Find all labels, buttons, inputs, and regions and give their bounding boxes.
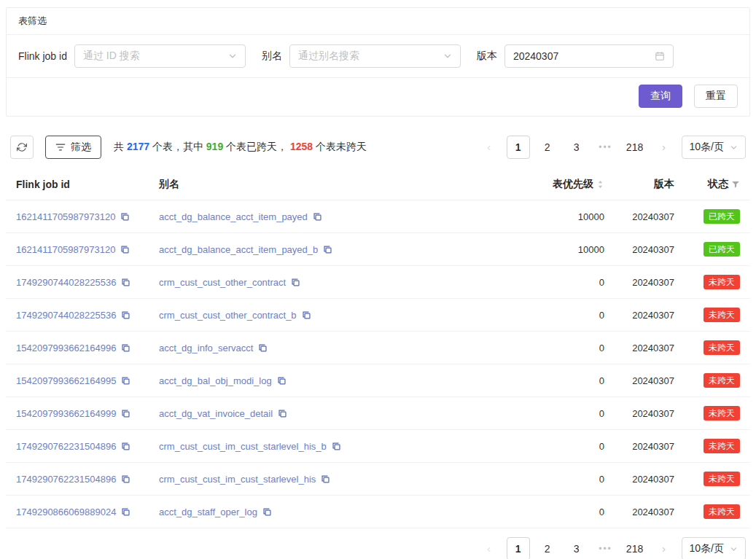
copy-icon[interactable] bbox=[120, 212, 130, 222]
copy-icon[interactable] bbox=[323, 245, 332, 254]
priority-cell: 10000 bbox=[518, 233, 615, 266]
status-cell: 未跨天 bbox=[685, 430, 750, 463]
alias-link[interactable]: acct_dg_vat_invoice_detail bbox=[159, 408, 273, 419]
page-button-1[interactable]: 1 bbox=[507, 537, 530, 559]
alias-link[interactable]: crm_cust_cust_im_cust_starlevel_his bbox=[159, 474, 316, 485]
copy-icon[interactable] bbox=[321, 474, 330, 484]
copy-icon[interactable] bbox=[121, 442, 130, 451]
flink-job-id-link[interactable]: 1621411705987973120 bbox=[16, 211, 115, 222]
filter-actions-row: 查询 重置 bbox=[7, 77, 749, 116]
copy-icon[interactable] bbox=[313, 212, 322, 222]
priority-cell: 0 bbox=[518, 463, 615, 496]
alias-link[interactable]: acct_dg_bal_obj_modi_log bbox=[159, 375, 272, 386]
copy-icon[interactable] bbox=[121, 376, 130, 386]
flink-job-id-link[interactable]: 1542097993662164996 bbox=[16, 343, 116, 353]
alias-link[interactable]: acct_dg_balance_acct_item_payed bbox=[159, 211, 308, 222]
alias-cell: acct_dg_staff_oper_log bbox=[149, 496, 518, 528]
summary-text: 共 2177 个表，其中 919 个表已跨天， 1258 个表未跨天 bbox=[114, 141, 367, 154]
alias-link[interactable]: crm_cust_cust_other_contract bbox=[159, 277, 286, 288]
table-row: 1749290762231504896 crm_cust_cust_im_cus… bbox=[6, 463, 750, 496]
page-button-last[interactable]: 218 bbox=[623, 537, 647, 559]
copy-icon[interactable] bbox=[278, 409, 287, 418]
page-button-2[interactable]: 2 bbox=[536, 136, 559, 159]
column-header-status-label: 状态 bbox=[708, 178, 728, 191]
flink-job-id-link[interactable]: 1749290762231504896 bbox=[16, 441, 116, 452]
copy-icon[interactable] bbox=[258, 343, 268, 353]
flink-job-id-link[interactable]: 1749290744028225536 bbox=[16, 310, 116, 321]
alias-link[interactable]: acct_dg_staff_oper_log bbox=[159, 507, 257, 517]
status-badge: 已跨天 bbox=[704, 209, 740, 224]
table-row: 1542097993662164999 acct_dg_vat_invoice_… bbox=[6, 397, 750, 430]
alias-select[interactable]: 通过别名搜索 bbox=[289, 44, 461, 68]
alias-link[interactable]: crm_cust_cust_other_contract_b bbox=[159, 310, 297, 321]
alias-link[interactable]: acct_dg_info_servacct bbox=[159, 343, 253, 353]
page-button-1[interactable]: 1 bbox=[507, 136, 530, 159]
status-badge: 未跨天 bbox=[704, 504, 740, 519]
prev-page-button[interactable]: ‹ bbox=[478, 537, 501, 559]
calendar-icon[interactable] bbox=[655, 51, 665, 61]
flink-job-id-link[interactable]: 1542097993662164999 bbox=[16, 408, 116, 419]
version-cell: 20240307 bbox=[615, 496, 685, 528]
version-date-field[interactable] bbox=[504, 44, 674, 68]
filter-card-title: 表筛选 bbox=[7, 8, 749, 35]
query-button[interactable]: 查询 bbox=[639, 85, 682, 108]
copy-icon[interactable] bbox=[291, 278, 300, 287]
flink-job-id-link[interactable]: 1749290866069889024 bbox=[16, 507, 116, 517]
version-date-input[interactable] bbox=[513, 50, 655, 62]
prev-page-button[interactable]: ‹ bbox=[478, 136, 501, 159]
table-filter-page: 表筛选 Flink job id 通过 ID 搜索 别名 通过别名搜索 版本 bbox=[0, 0, 756, 559]
table-row: 1542097993662164996 acct_dg_info_servacc… bbox=[6, 332, 750, 364]
page-button-3[interactable]: 3 bbox=[565, 537, 588, 559]
copy-icon[interactable] bbox=[121, 343, 130, 353]
version-cell: 20240307 bbox=[615, 397, 685, 430]
copy-icon[interactable] bbox=[121, 310, 130, 320]
bottom-pagination: ‹ 1 2 3 ••• 218 › 10条/页 bbox=[478, 537, 746, 559]
page-button-last[interactable]: 218 bbox=[623, 136, 647, 159]
priority-cell: 10000 bbox=[518, 200, 615, 233]
alias-cell: acct_dg_bal_obj_modi_log bbox=[149, 364, 518, 397]
copy-icon[interactable] bbox=[121, 474, 130, 484]
copy-icon[interactable] bbox=[262, 507, 272, 517]
copy-icon[interactable] bbox=[302, 310, 311, 320]
flink-job-id-link[interactable]: 1621411705987973120 bbox=[16, 244, 115, 255]
column-filter-icon[interactable] bbox=[731, 180, 740, 189]
alias-cell: crm_cust_cust_other_contract bbox=[149, 266, 518, 299]
filter-toggle-button[interactable]: 筛选 bbox=[45, 136, 101, 159]
copy-icon[interactable] bbox=[121, 278, 130, 287]
refresh-button[interactable] bbox=[10, 136, 34, 159]
copy-icon[interactable] bbox=[332, 442, 341, 451]
next-page-button[interactable]: › bbox=[652, 136, 676, 159]
reset-button[interactable]: 重置 bbox=[694, 85, 738, 108]
summary-part: 个表未跨天 bbox=[313, 141, 367, 152]
summary-part: 共 bbox=[114, 141, 127, 152]
table-row: 1749290866069889024 acct_dg_staff_oper_l… bbox=[6, 496, 750, 528]
page-jump-ellipsis[interactable]: ••• bbox=[594, 136, 617, 159]
flink-job-id-link[interactable]: 1749290762231504896 bbox=[16, 474, 116, 485]
flink-job-id-select[interactable]: 通过 ID 搜索 bbox=[74, 44, 246, 68]
copy-icon[interactable] bbox=[121, 507, 130, 517]
column-header-status: 状态 bbox=[685, 169, 750, 200]
column-header-version: 版本 bbox=[615, 169, 685, 200]
alias-link[interactable]: crm_cust_cust_im_cust_starlevel_his_b bbox=[159, 441, 327, 452]
status-cell: 未跨天 bbox=[685, 496, 750, 528]
summary-uncrossed-count: 1258 bbox=[290, 141, 313, 152]
page-size-select[interactable]: 10条/页 bbox=[682, 136, 746, 159]
copy-icon[interactable] bbox=[277, 376, 287, 386]
flink-job-id-link[interactable]: 1749290744028225536 bbox=[16, 277, 116, 288]
page-size-select[interactable]: 10条/页 bbox=[682, 537, 746, 559]
page-button-2[interactable]: 2 bbox=[536, 537, 559, 559]
bottom-pagination-bar: ‹ 1 2 3 ••• 218 › 10条/页 bbox=[10, 537, 746, 559]
copy-icon[interactable] bbox=[121, 409, 130, 418]
page-jump-ellipsis[interactable]: ••• bbox=[594, 537, 617, 559]
page-button-3[interactable]: 3 bbox=[565, 136, 588, 159]
job-id-cell: 1749290866069889024 bbox=[6, 496, 149, 528]
status-cell: 未跨天 bbox=[685, 463, 750, 496]
alias-link[interactable]: acct_dg_balance_acct_item_payed_b bbox=[159, 244, 318, 255]
chevron-down-icon bbox=[730, 144, 738, 152]
copy-icon[interactable] bbox=[120, 245, 130, 254]
next-page-button[interactable]: › bbox=[652, 537, 676, 559]
flink-job-id-link[interactable]: 1542097993662164995 bbox=[16, 375, 116, 386]
sort-icon[interactable] bbox=[596, 179, 604, 189]
table-row: 1749290762231504896 crm_cust_cust_im_cus… bbox=[6, 430, 750, 463]
top-pagination: ‹ 1 2 3 ••• 218 › 10条/页 bbox=[478, 136, 746, 159]
